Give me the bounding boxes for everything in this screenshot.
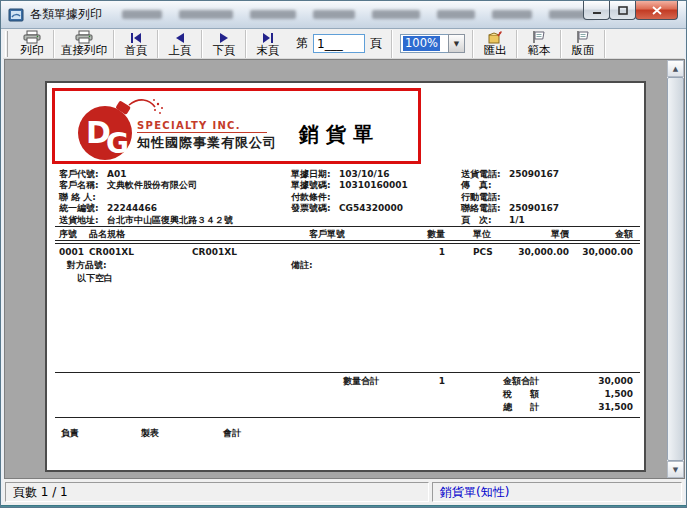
last-page-label: 末頁 [257, 44, 280, 57]
redacted-text [122, 10, 595, 19]
toolbar-separator [201, 30, 203, 58]
col-header-seq: 序號 [59, 229, 77, 240]
zoom-value: 100% [403, 36, 440, 51]
field-value: CG54320000 [339, 203, 403, 214]
close-button[interactable] [635, 1, 678, 20]
field-label: 送貨電話: [461, 169, 509, 180]
prev-page-label: 上頁 [169, 44, 192, 57]
vertical-scrollbar[interactable]: ▲ ▼ [667, 60, 684, 478]
grand-total-value: 31,500 [545, 402, 633, 413]
prev-page-icon [172, 30, 188, 44]
field-value: 25090167 [509, 169, 559, 180]
page-number-input[interactable] [313, 34, 365, 53]
first-page-button[interactable]: 首頁 [116, 29, 156, 59]
toolbar-separator [516, 30, 518, 58]
toolbar-separator [604, 30, 606, 58]
print-button[interactable]: 列印 [12, 29, 52, 59]
next-page-icon [216, 30, 232, 44]
counter-item-label: 對方品號: [67, 260, 107, 271]
amount-total-value: 30,000 [545, 376, 633, 387]
info-row: 統一編號:22244466 [59, 203, 233, 214]
field-label: 發票號碼: [291, 203, 339, 214]
field-label: 單據號碼: [291, 180, 339, 191]
next-page-label: 下頁 [213, 44, 236, 57]
page-suffix-label: 頁 [370, 35, 382, 52]
col-header-qty: 數量 [393, 229, 445, 240]
template-flag-icon [531, 30, 547, 44]
zoom-dropdown[interactable]: 100% ▼ [400, 34, 465, 53]
amount-total-label: 金額合計 [503, 376, 539, 387]
field-value: 25090167 [509, 203, 559, 214]
first-page-label: 首頁 [125, 44, 148, 57]
minimize-button[interactable] [583, 1, 610, 20]
info-row: 客戶代號:A01 [59, 169, 233, 180]
zoom-value-box: 100% [400, 34, 448, 53]
info-row: 客戶名稱:文典軟件股份有限公司 [59, 180, 233, 191]
info-row: 頁 次:1/1 [461, 215, 559, 226]
last-page-button[interactable]: 末頁 [248, 29, 288, 59]
svg-text:G: G [106, 127, 129, 160]
qty-total-label: 數量合計 [343, 376, 379, 387]
scroll-up-icon[interactable]: ▲ [667, 60, 684, 77]
end-of-items-text: 以下空白 [77, 273, 113, 284]
qty-total-value: 1 [393, 376, 445, 387]
toolbar-grip[interactable] [5, 31, 8, 57]
brand-name-zh: 知性國際事業有限公司 [137, 134, 277, 152]
field-value: 1/1 [509, 215, 525, 226]
tax-label: 稅 額 [503, 389, 539, 400]
cell-seq: 0001 [59, 247, 84, 258]
toolbar-separator [113, 30, 115, 58]
col-header-amount: 金額 [545, 229, 633, 240]
toolbar-separator [560, 30, 562, 58]
next-page-button[interactable]: 下頁 [204, 29, 244, 59]
col-header-customer-no: 客戶單號 [309, 229, 345, 240]
totals-row-1: 數量合計 1 金額合計 30,000 [47, 376, 648, 388]
direct-print-label: 直接列印 [61, 44, 107, 57]
first-page-icon [128, 30, 144, 44]
scrollbar-thumb[interactable] [667, 77, 684, 461]
totals-top-rule [55, 372, 640, 373]
layout-flag-icon [575, 30, 591, 44]
cell-qty: 1 [393, 247, 445, 258]
export-label: 匯出 [484, 44, 507, 57]
toolbar-separator [472, 30, 474, 58]
info-row: 付款條件: [291, 192, 408, 203]
layout-button[interactable]: 版面 [563, 29, 603, 59]
signature-row: 負責 製表 會計 [47, 428, 648, 440]
app-icon [8, 7, 24, 23]
page-prefix-label: 第 [296, 35, 308, 52]
grand-total-label: 總 計 [503, 402, 539, 413]
totals-row-3: 總 計 31,500 [47, 402, 648, 414]
document-title: 銷貨單 [299, 121, 380, 148]
col-header-unit: 單位 [473, 229, 491, 240]
field-value: 10310160001 [339, 180, 408, 191]
export-button[interactable]: 匯出 [475, 29, 515, 59]
field-value: 文典軟件股份有限公司 [107, 180, 197, 191]
info-row: 傳 真: [461, 180, 559, 191]
info-row: 單據號碼:10310160001 [291, 180, 408, 191]
contact-info-column: 送貨電話:25090167 傳 真: 行動電話: 聯絡電話:25090167 頁… [461, 169, 559, 226]
toolbar-separator [157, 30, 159, 58]
direct-print-button[interactable]: 直接列印 [56, 29, 112, 59]
row-sublabels: 對方品號: 備註: [47, 260, 648, 272]
cell-unit: PCS [473, 247, 493, 258]
maximize-button[interactable] [609, 1, 636, 20]
prev-page-button[interactable]: 上頁 [160, 29, 200, 59]
document-page: D G SPECIALTY INC. 知性國際事業有限公司 銷貨單 客戶代號:A… [45, 81, 646, 472]
col-header-item: 品名規格 [89, 229, 125, 240]
scroll-down-icon[interactable]: ▼ [667, 461, 684, 478]
page-number-group: 第 頁 [288, 34, 390, 53]
print-preview-window: 各類單據列印 [0, 0, 687, 508]
field-value: 103/10/16 [339, 169, 389, 180]
export-icon [487, 30, 503, 44]
table-row: 0001 CR001XL CR001XL 1 PCS 30,000.00 30,… [47, 247, 648, 259]
template-button[interactable]: 範本 [519, 29, 559, 59]
order-info-column: 單據日期:103/10/16 單據號碼:10310160001 付款條件: 發票… [291, 169, 408, 215]
window-title: 各類單據列印 [30, 6, 102, 23]
cell-item: CR001XL [89, 247, 134, 258]
last-page-icon [260, 30, 276, 44]
document-type-panel: 銷貨單(知性) [432, 482, 682, 502]
field-label: 單據日期: [291, 169, 339, 180]
chevron-down-icon[interactable]: ▼ [448, 34, 465, 53]
print-label: 列印 [21, 44, 44, 57]
